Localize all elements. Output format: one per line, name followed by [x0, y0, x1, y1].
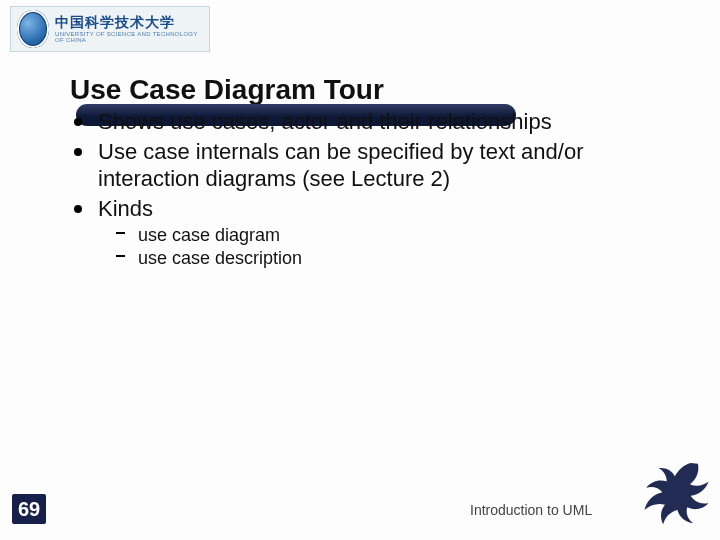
- logo-seal-icon: [17, 10, 49, 48]
- bullet-text: Kinds: [98, 196, 153, 221]
- bullet-item: Use case internals can be specified by t…: [94, 138, 690, 193]
- dragon-icon: [602, 454, 712, 534]
- slide-title: Use Case Diagram Tour: [70, 74, 690, 106]
- page-number-value: 69: [18, 498, 40, 521]
- bullet-dot-icon: [74, 118, 82, 126]
- dash-icon: [116, 232, 125, 234]
- logo-en: UNIVERSITY OF SCIENCE AND TECHNOLOGY OF …: [55, 31, 203, 43]
- bullet-text: Use case internals can be specified by t…: [98, 139, 584, 192]
- bullet-item: Kinds: [94, 195, 690, 223]
- bullet-dot-icon: [74, 205, 82, 213]
- logo-text: 中国科学技术大学 UNIVERSITY OF SCIENCE AND TECHN…: [55, 15, 203, 43]
- dash-icon: [116, 255, 125, 257]
- sub-bullet-text: use case description: [138, 248, 302, 268]
- logo-cn: 中国科学技术大学: [55, 15, 203, 29]
- slide-body: Shows use cases, actor and their relatio…: [70, 108, 690, 269]
- sub-bullet-list: use case diagram use case description: [94, 224, 690, 269]
- bullet-item: Shows use cases, actor and their relatio…: [94, 108, 690, 136]
- footer-title: Introduction to UML: [470, 502, 592, 518]
- university-logo: 中国科学技术大学 UNIVERSITY OF SCIENCE AND TECHN…: [10, 6, 210, 52]
- slide-content: Use Case Diagram Tour Shows use cases, a…: [70, 74, 690, 269]
- sub-bullet-item: use case diagram: [130, 224, 690, 247]
- sub-bullet-text: use case diagram: [138, 225, 280, 245]
- sub-bullet-item: use case description: [130, 247, 690, 270]
- bullet-dot-icon: [74, 148, 82, 156]
- page-number: 69: [12, 494, 46, 524]
- svg-point-0: [663, 482, 668, 487]
- bullet-text: Shows use cases, actor and their relatio…: [98, 109, 552, 134]
